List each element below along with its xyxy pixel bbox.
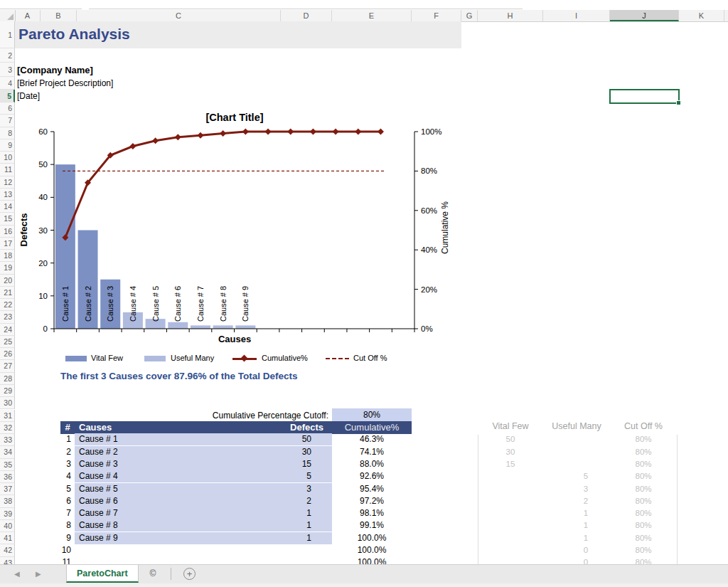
row-header-4[interactable]: 4 bbox=[0, 77, 15, 90]
cell-cause[interactable]: Cause # 9 bbox=[75, 532, 281, 544]
cell-cumulative[interactable]: 100.0% bbox=[332, 532, 412, 544]
cell-index[interactable]: 9 bbox=[60, 532, 75, 544]
cell-cumulative[interactable]: 100.0% bbox=[332, 544, 412, 556]
row-header-29[interactable]: 29 bbox=[0, 385, 15, 397]
cell-index[interactable]: 3 bbox=[60, 458, 75, 470]
helper-cell[interactable]: 80% bbox=[610, 470, 677, 482]
row-header-5[interactable]: 5 bbox=[0, 90, 15, 102]
cell-cumulative[interactable]: 99.1% bbox=[332, 519, 412, 532]
helper-cell[interactable]: 80% bbox=[610, 483, 677, 495]
helper-cell[interactable]: 50 bbox=[478, 433, 543, 445]
cell-cause[interactable]: Cause # 7 bbox=[75, 507, 281, 519]
cell-defects[interactable]: 30 bbox=[281, 446, 332, 458]
cell-cumulative[interactable]: 98.1% bbox=[332, 507, 412, 519]
row-header-30[interactable]: 30 bbox=[0, 397, 15, 409]
new-sheet-button[interactable]: + bbox=[183, 568, 196, 580]
cell-defects[interactable]: 1 bbox=[281, 519, 332, 532]
row-header-3[interactable]: 3 bbox=[0, 63, 15, 77]
date-cell[interactable]: [Date] bbox=[17, 91, 40, 101]
helper-cell[interactable]: 80% bbox=[610, 544, 677, 556]
chart-title: [Chart Title] bbox=[205, 112, 263, 123]
helper-cell[interactable]: 30 bbox=[478, 446, 543, 458]
cell-defects[interactable]: 2 bbox=[281, 495, 332, 507]
cell-cumulative[interactable]: 97.2% bbox=[332, 495, 412, 507]
cell-index[interactable]: 7 bbox=[60, 507, 75, 519]
pareto-statement[interactable]: The first 3 Causes cover 87.96% of the T… bbox=[60, 371, 298, 381]
tab-copyright[interactable]: © bbox=[139, 565, 166, 583]
column-header-f[interactable]: F bbox=[412, 10, 461, 21]
cell-defects[interactable]: 5 bbox=[281, 470, 332, 482]
cell-index[interactable]: 8 bbox=[60, 519, 75, 532]
company-name-cell[interactable]: [Company Name] bbox=[17, 65, 93, 75]
cell-cumulative[interactable]: 74.1% bbox=[332, 446, 412, 458]
column-header-d[interactable]: D bbox=[281, 10, 332, 21]
cell-index[interactable]: 2 bbox=[60, 446, 75, 458]
cell-cause[interactable]: Cause # 2 bbox=[75, 446, 281, 458]
pareto-chart[interactable]: [Chart Title]01020304050600%20%40%60%80%… bbox=[0, 107, 469, 374]
helper-cell[interactable]: 15 bbox=[478, 458, 543, 470]
column-header-c[interactable]: C bbox=[77, 10, 281, 21]
cell-cause[interactable]: Cause # 5 bbox=[75, 483, 281, 495]
project-description-cell[interactable]: [Brief Project Description] bbox=[17, 78, 113, 88]
page-title[interactable]: Pareto Analysis bbox=[18, 26, 130, 43]
helper-header-1: Useful Many bbox=[543, 421, 610, 431]
fill-handle[interactable] bbox=[676, 100, 681, 105]
helper-cell[interactable]: 80% bbox=[610, 433, 677, 445]
cell-index[interactable]: 4 bbox=[60, 470, 75, 482]
tab-scroll-right-icon[interactable]: ▶ bbox=[36, 570, 41, 578]
helper-cell[interactable]: 80% bbox=[610, 507, 677, 519]
cumulative-marker bbox=[197, 132, 203, 139]
cell-cumulative[interactable]: 88.0% bbox=[332, 458, 412, 470]
column-header-row: ABCDEFGHIJK bbox=[0, 10, 728, 22]
sheet-tab-bar: ◀ ▶ ParetoChart © + bbox=[0, 564, 728, 583]
cell-defects[interactable]: 50 bbox=[281, 433, 332, 445]
cell-cause[interactable]: Cause # 4 bbox=[75, 470, 281, 482]
table-header-defects[interactable]: Defects bbox=[281, 421, 332, 434]
cutoff-value-cell[interactable]: 80% bbox=[332, 408, 412, 421]
table-header-num[interactable]: # bbox=[60, 421, 75, 434]
cell-cumulative[interactable]: 95.4% bbox=[332, 483, 412, 495]
cell-defects[interactable]: 15 bbox=[281, 458, 332, 470]
column-header-g[interactable]: G bbox=[461, 10, 478, 21]
column-header-e[interactable]: E bbox=[332, 10, 412, 21]
cell-index[interactable]: 10 bbox=[60, 544, 75, 556]
helper-cell[interactable]: 80% bbox=[610, 446, 677, 458]
column-header-j[interactable]: J bbox=[610, 10, 679, 21]
cell-index[interactable]: 6 bbox=[60, 495, 75, 507]
cutoff-label: Cumulative Percentage Cutoff: bbox=[171, 411, 328, 421]
row-header-31[interactable]: 31 bbox=[0, 410, 15, 422]
row-header-2[interactable]: 2 bbox=[0, 48, 15, 63]
tab-scroll-left-icon[interactable]: ◀ bbox=[14, 570, 20, 578]
cell-cause[interactable]: Cause # 6 bbox=[75, 495, 281, 507]
helper-cell[interactable]: 80% bbox=[610, 532, 677, 544]
cell-cumulative[interactable]: 92.6% bbox=[332, 470, 412, 482]
select-all-corner[interactable] bbox=[0, 10, 16, 21]
cell-defects[interactable]: 1 bbox=[281, 532, 332, 544]
table-header-cumulative[interactable]: Cumulative% bbox=[332, 421, 412, 434]
column-header-i[interactable]: I bbox=[543, 10, 610, 21]
row-header-1[interactable]: 1 bbox=[0, 21, 15, 48]
selected-cell-j5[interactable] bbox=[609, 89, 680, 104]
cell-cause[interactable]: Cause # 1 bbox=[75, 433, 281, 445]
cell-index[interactable]: 5 bbox=[60, 483, 75, 495]
cell-defects[interactable]: 3 bbox=[281, 483, 332, 495]
cell-index[interactable]: 1 bbox=[60, 433, 75, 445]
column-header-b[interactable]: B bbox=[41, 10, 77, 21]
column-header-a[interactable]: A bbox=[15, 10, 41, 21]
column-header-h[interactable]: H bbox=[478, 10, 543, 21]
cell-cause[interactable]: Cause # 3 bbox=[75, 458, 281, 470]
cell-defects[interactable]: 1 bbox=[281, 507, 332, 519]
column-header-k[interactable]: K bbox=[679, 10, 724, 21]
tab-paretochart[interactable]: ParetoChart bbox=[66, 565, 139, 583]
table-header-causes[interactable]: Causes bbox=[75, 421, 281, 434]
row-header-28[interactable]: 28 bbox=[0, 373, 15, 385]
left-tick-label: 20 bbox=[38, 259, 48, 268]
cumulative-marker bbox=[129, 143, 136, 149]
helper-cell[interactable]: 80% bbox=[610, 458, 677, 470]
vital-few-swatch bbox=[65, 356, 87, 361]
helper-cell[interactable]: 80% bbox=[610, 495, 677, 507]
helper-cell[interactable]: 80% bbox=[610, 519, 677, 532]
right-tick-label: 0% bbox=[421, 324, 433, 333]
cell-cumulative[interactable]: 46.3% bbox=[332, 433, 412, 445]
cell-cause[interactable]: Cause # 8 bbox=[75, 519, 281, 532]
